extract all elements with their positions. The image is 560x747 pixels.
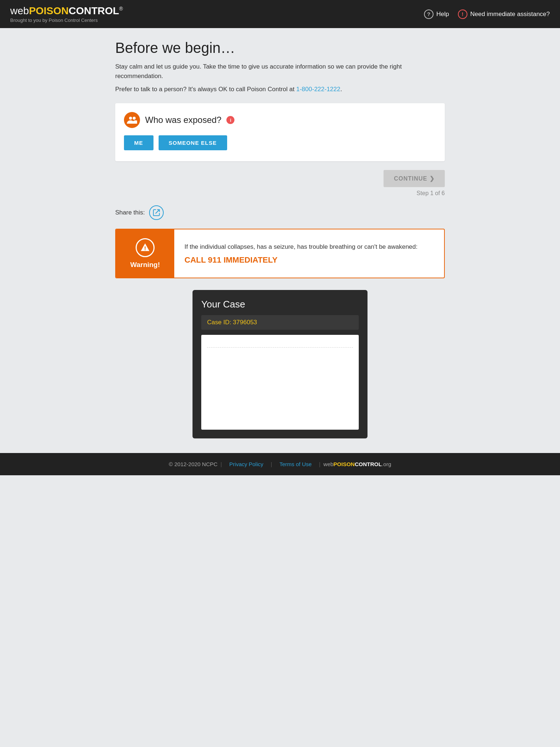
step-label: Step 1 of 6 bbox=[417, 190, 445, 197]
case-id-text: Case ID: 3796053 bbox=[207, 319, 257, 326]
exposed-buttons: ME SOMEONE ELSE bbox=[124, 135, 436, 150]
help-label: Help bbox=[436, 11, 449, 18]
svg-rect-3 bbox=[145, 249, 145, 250]
footer-brand-control: CONTROL bbox=[355, 461, 382, 467]
warning-triangle-icon bbox=[136, 238, 155, 257]
footer-divider-1: | bbox=[221, 461, 223, 467]
case-title: Your Case bbox=[201, 299, 359, 310]
footer-brand-suffix: .org bbox=[382, 461, 391, 467]
warning-call-label: CALL 911 IMMEDIATELY bbox=[184, 255, 417, 265]
header: webPOISONCONTROL® Brought to you by Pois… bbox=[0, 0, 560, 28]
share-button[interactable] bbox=[149, 205, 164, 220]
logo-reg: ® bbox=[119, 6, 123, 12]
case-card: Your Case Case ID: 3796053 bbox=[192, 290, 368, 438]
logo-prefix: web bbox=[10, 5, 29, 16]
help-button[interactable]: ? Help bbox=[424, 9, 449, 19]
share-icon bbox=[152, 209, 160, 217]
footer-divider-3: | bbox=[319, 461, 322, 467]
logo-title: webPOISONCONTROL® bbox=[10, 5, 123, 17]
exposed-card: Who was exposed? i ME SOMEONE ELSE bbox=[115, 103, 445, 161]
logo: webPOISONCONTROL® Brought to you by Pois… bbox=[10, 5, 123, 23]
footer-divider-2: | bbox=[271, 461, 273, 467]
footer-brand: webPOISONCONTROL.org bbox=[323, 461, 391, 467]
share-row: Share this: bbox=[115, 205, 445, 220]
help-icon: ? bbox=[424, 9, 433, 19]
svg-point-1 bbox=[133, 117, 136, 120]
terms-of-use-link[interactable]: Terms of Use bbox=[279, 461, 311, 467]
svg-rect-2 bbox=[145, 247, 145, 249]
page-title: Before we begin… bbox=[115, 40, 445, 56]
warning-label: Warning! bbox=[130, 261, 160, 269]
someone-else-button[interactable]: SOMEONE ELSE bbox=[159, 135, 227, 150]
exposed-header: Who was exposed? i bbox=[124, 112, 436, 128]
warning-left: Warning! bbox=[116, 229, 174, 278]
assist-icon: ! bbox=[458, 9, 467, 19]
footer-brand-poison: POISON bbox=[334, 461, 355, 467]
footer-brand-prefix: web bbox=[323, 461, 334, 467]
warning-banner: Warning! If the individual collapses, ha… bbox=[115, 229, 445, 278]
warning-text: If the individual collapses, has a seizu… bbox=[184, 242, 417, 252]
main-content: Before we begin… Stay calm and let us gu… bbox=[105, 28, 455, 438]
continue-arrow: ❯ bbox=[429, 175, 435, 182]
share-label: Share this: bbox=[115, 209, 145, 216]
assistance-button[interactable]: ! Need immediate assistance? bbox=[458, 9, 550, 19]
case-content-area bbox=[201, 335, 359, 430]
call-suffix: . bbox=[340, 86, 342, 93]
case-divider bbox=[207, 347, 353, 348]
logo-poison: POISON bbox=[29, 5, 69, 16]
footer-text: © 2012-2020 NCPC | Privacy Policy | Term… bbox=[10, 461, 550, 467]
continue-row: CONTINUE ❯ Step 1 of 6 bbox=[115, 170, 445, 197]
case-id-row: Case ID: 3796053 bbox=[201, 315, 359, 330]
footer: © 2012-2020 NCPC | Privacy Policy | Term… bbox=[0, 453, 560, 475]
privacy-policy-link[interactable]: Privacy Policy bbox=[229, 461, 263, 467]
copyright: © 2012-2020 NCPC bbox=[169, 461, 218, 467]
info-icon[interactable]: i bbox=[226, 116, 234, 124]
logo-subtitle: Brought to you by Poison Control Centers bbox=[10, 18, 123, 23]
logo-control: CONTROL bbox=[69, 5, 119, 16]
people-icon bbox=[124, 112, 140, 128]
call-number-link[interactable]: 1-800-222-1222 bbox=[296, 86, 340, 93]
people-svg bbox=[127, 116, 137, 124]
svg-point-0 bbox=[129, 117, 132, 120]
continue-button[interactable]: CONTINUE ❯ bbox=[384, 170, 445, 187]
header-nav: ? Help ! Need immediate assistance? bbox=[424, 9, 550, 19]
continue-label: CONTINUE bbox=[394, 175, 427, 182]
assistance-label: Need immediate assistance? bbox=[470, 11, 550, 18]
exposed-title: Who was exposed? bbox=[145, 115, 221, 125]
intro-text: Stay calm and let us guide you. Take the… bbox=[115, 62, 445, 81]
me-button[interactable]: ME bbox=[124, 135, 153, 150]
triangle-svg bbox=[140, 243, 150, 253]
warning-right: If the individual collapses, has a seizu… bbox=[174, 229, 428, 278]
call-prefix: Prefer to talk to a person? It's always … bbox=[115, 86, 296, 93]
call-text: Prefer to talk to a person? It's always … bbox=[115, 86, 445, 93]
